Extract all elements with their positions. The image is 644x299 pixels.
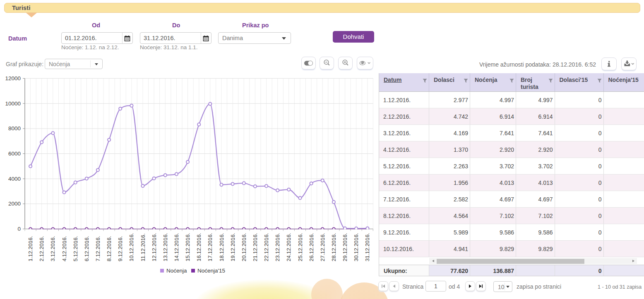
svg-text:12.12.2016.: 12.12.2016. xyxy=(151,233,157,261)
svg-text:2000: 2000 xyxy=(8,201,21,207)
svg-text:12000: 12000 xyxy=(5,75,21,81)
svg-text:9.12.2016.: 9.12.2016. xyxy=(117,236,123,261)
svg-text:23.12.2016.: 23.12.2016. xyxy=(274,233,281,261)
svg-text:30.12.2016.: 30.12.2016. xyxy=(353,233,359,261)
svg-text:28.12.2016.: 28.12.2016. xyxy=(331,233,337,261)
svg-text:5.12.2016.: 5.12.2016. xyxy=(72,236,79,261)
svg-text:8.12.2016.: 8.12.2016. xyxy=(106,236,112,261)
svg-text:15.12.2016.: 15.12.2016. xyxy=(185,233,191,261)
svg-text:6000: 6000 xyxy=(8,151,21,157)
svg-text:21.12.2016.: 21.12.2016. xyxy=(252,233,258,261)
svg-text:10000: 10000 xyxy=(5,100,21,107)
svg-text:17.12.2016.: 17.12.2016. xyxy=(207,233,213,261)
svg-text:26.12.2016.: 26.12.2016. xyxy=(308,233,315,261)
svg-text:20.12.2016.: 20.12.2016. xyxy=(241,233,247,261)
svg-text:10.12.2016.: 10.12.2016. xyxy=(128,233,135,261)
svg-text:13.12.2016.: 13.12.2016. xyxy=(162,233,168,261)
svg-text:7.12.2016.: 7.12.2016. xyxy=(95,236,101,261)
svg-text:16.12.2016.: 16.12.2016. xyxy=(196,233,202,261)
svg-text:29.12.2016.: 29.12.2016. xyxy=(342,233,348,261)
svg-text:4.12.2016.: 4.12.2016. xyxy=(61,236,67,261)
svg-text:0: 0 xyxy=(17,226,21,232)
svg-text:24.12.2016.: 24.12.2016. xyxy=(286,233,292,261)
svg-text:22.12.2016.: 22.12.2016. xyxy=(263,233,269,261)
svg-text:11.12.2016.: 11.12.2016. xyxy=(140,233,146,261)
svg-text:31.12.2016.: 31.12.2016. xyxy=(364,233,370,261)
svg-text:2.12.2016.: 2.12.2016. xyxy=(38,236,45,261)
svg-text:19.12.2016.: 19.12.2016. xyxy=(230,233,236,261)
svg-text:3.12.2016.: 3.12.2016. xyxy=(50,236,56,261)
svg-text:25.12.2016.: 25.12.2016. xyxy=(297,233,303,261)
svg-text:1.12.2016.: 1.12.2016. xyxy=(27,236,34,261)
svg-text:4000: 4000 xyxy=(8,176,21,182)
svg-text:6.12.2016.: 6.12.2016. xyxy=(84,236,90,261)
svg-text:27.12.2016.: 27.12.2016. xyxy=(320,233,326,261)
svg-text:14.12.2016.: 14.12.2016. xyxy=(173,233,180,261)
svg-text:8000: 8000 xyxy=(8,125,21,132)
svg-text:18.12.2016.: 18.12.2016. xyxy=(219,233,225,261)
